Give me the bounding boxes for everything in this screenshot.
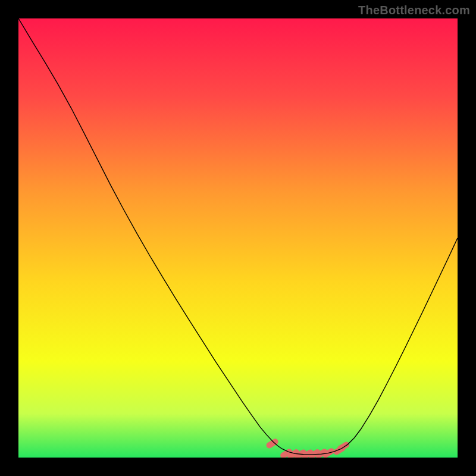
chart-svg <box>18 18 458 458</box>
chart-frame <box>18 18 458 458</box>
svg-line-0 <box>270 441 275 445</box>
chart-background <box>18 18 458 458</box>
watermark-text: TheBottleneck.com <box>358 4 470 17</box>
svg-line-9 <box>340 445 346 449</box>
